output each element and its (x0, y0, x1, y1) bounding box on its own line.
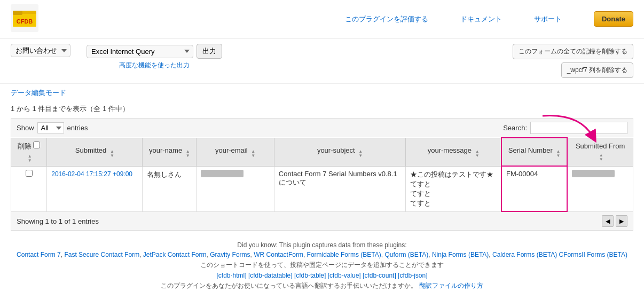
sort-arrows-from: ▲▼ (599, 153, 603, 162)
count-line: 1 から 1 件目までを表示（全 1 件中） (0, 102, 644, 118)
th-yourname: your-name ▲▼ (143, 138, 197, 166)
donate-button[interactable]: Donate (594, 11, 633, 27)
row-checkbox[interactable] (26, 170, 33, 177)
th-from: Submitted From ▲▼ (567, 138, 633, 166)
translate-link[interactable]: 翻訳ファイルの作り方 (419, 282, 483, 289)
main-table: 削除 ▲▼ Submitted ▲▼ your-name ▲▼ your-ema… (11, 137, 633, 212)
th-serial-label: Serial Number (508, 146, 553, 154)
prev-page-button[interactable]: ◀ (602, 215, 614, 227)
bottom-info: Did you know: This plugin captures data … (0, 231, 644, 301)
td-subject: Contact Form 7 Serial Numbers v0.8.1について (274, 166, 405, 211)
gravity-link[interactable]: Gravity Forms (210, 251, 250, 258)
quform-link[interactable]: Quform (BETA) (384, 251, 428, 258)
shortcode-json[interactable]: [cfdb-json] (398, 272, 427, 279)
th-delete: 削除 ▲▼ (11, 138, 47, 166)
td-submitted: 2016-02-04 17:15:27 +09:00 (47, 166, 143, 211)
advanced-export-link[interactable]: 高度な機能を使った出力 (119, 61, 190, 70)
th-submitted: Submitted ▲▼ (47, 138, 143, 166)
sort-arrows-subject: ▲▼ (358, 149, 363, 158)
td-delete (11, 166, 47, 211)
entries-label: entries (67, 124, 88, 132)
rate-plugin-link[interactable]: このプラグインを評価する (345, 14, 428, 24)
svg-rect-3 (13, 11, 22, 15)
th-delete-label: 削除 (18, 142, 32, 150)
logo-area: CFDB (11, 4, 38, 34)
controls-bar: お問い合わせ Excel Internet Query 出力 高度な機能を使った… (0, 38, 644, 84)
cf7-link[interactable]: Contact Form 7 (17, 251, 61, 258)
sort-arrows-delete: ▲▼ (28, 154, 32, 163)
th-email-label: your-email (215, 146, 248, 154)
next-page-button[interactable]: ▶ (616, 215, 627, 227)
td-from (567, 166, 633, 211)
td-email (197, 166, 274, 211)
formidable-link[interactable]: Formidable Forms (BETA) (307, 251, 381, 258)
showing-text: Showing 1 to 1 of 1 entries (17, 217, 99, 225)
datatable-top-controls: Show All 10 25 50 100 entries Search: (11, 118, 633, 137)
th-subject-label: your-subject (317, 146, 355, 154)
sort-arrows-message: ▲▼ (475, 149, 480, 158)
right-buttons: このフォームの全ての記録を削除する _wpcf7 列を削除する (513, 44, 633, 78)
sort-arrows-submitted: ▲▼ (110, 149, 114, 158)
cformsii-link[interactable]: CFormsII Forms (BETA) (559, 251, 627, 258)
table-wrapper: 削除 ▲▼ Submitted ▲▼ your-name ▲▼ your-ema… (11, 137, 633, 212)
th-submitted-label: Submitted (75, 146, 107, 154)
delete-wpcf7-button[interactable]: _wpcf7 列を削除する (561, 62, 633, 78)
form-select[interactable]: お問い合わせ (11, 44, 70, 57)
shortcode-html[interactable]: [cfdb-html] (217, 272, 247, 279)
shortcode-info-text: このショートコードを使って、投稿や固定ページにデータを追加することができます (11, 261, 633, 270)
select-all-checkbox[interactable] (33, 141, 40, 148)
count-text: 1 から 1 件目までを表示（全 1 件中） (11, 105, 129, 113)
support-link[interactable]: サポート (534, 14, 562, 24)
td-serial: FM-00004 (501, 166, 567, 211)
sort-arrows-serial: ▲▼ (556, 149, 561, 158)
ninja-link[interactable]: Ninja Forms (BETA) (432, 251, 489, 258)
message-value: ★この投稿はテストです★てすとてすとてすと (410, 170, 493, 207)
shortcode-value[interactable]: [cfdb-value] (328, 272, 361, 279)
shortcode-links: [cfdb-html] [cfdb-datatable] [cfdb-table… (11, 272, 633, 279)
shortcode-datatable[interactable]: [cfdb-datatable] (248, 272, 293, 279)
jetpack-link[interactable]: JetPack Contact Form (143, 251, 207, 258)
table-row: 2016-02-04 17:15:27 +09:00 名無しさん Contact… (11, 166, 633, 211)
delete-all-button[interactable]: このフォームの全ての記録を削除する (513, 44, 633, 59)
docs-link[interactable]: ドキュメント (460, 14, 502, 24)
fast-secure-link[interactable]: Fast Secure Contact Form (64, 251, 139, 258)
search-label: Search: (503, 124, 527, 132)
entries-select[interactable]: All 10 25 50 100 (37, 122, 64, 133)
show-entries: Show All 10 25 50 100 entries (17, 122, 88, 133)
export-row: Excel Internet Query 出力 (87, 44, 222, 59)
shortcode-table[interactable]: [cfdb-table] (294, 272, 326, 279)
submitted-link[interactable]: 2016-02-04 17:15:27 +09:00 (51, 170, 132, 178)
sort-arrows-email: ▲▼ (251, 149, 255, 158)
caldera-link[interactable]: Caldera Forms (BETA) (492, 251, 557, 258)
datatable-footer: Showing 1 to 1 of 1 entries ◀ ▶ (11, 212, 633, 231)
top-nav: CFDB このプラグインを評価する ドキュメント サポート Donate (0, 0, 644, 38)
data-edit-mode-section: データ編集モード (0, 84, 644, 102)
cfdb-logo: CFDB (11, 4, 38, 32)
th-yourname-label: your-name (149, 146, 182, 154)
th-subject: your-subject ▲▼ (274, 138, 405, 166)
translate-text: このプラグインをあなたがお使いになっている言語へ翻訳するお手伝いいただけますか。… (11, 281, 633, 290)
td-name: 名無しさん (143, 166, 197, 211)
sort-arrows-yourname: ▲▼ (186, 149, 190, 158)
export-button[interactable]: 出力 (197, 44, 222, 59)
did-you-know-text: Did you know: This plugin captures data … (11, 241, 633, 249)
th-message-label: your-message (428, 146, 472, 154)
shortcode-count[interactable]: [cfdb-count] (363, 272, 396, 279)
search-input[interactable] (530, 122, 627, 134)
th-serial: Serial Number ▲▼ (501, 138, 567, 166)
data-edit-mode-link[interactable]: データ編集モード (11, 89, 66, 97)
subject-value: Contact Form 7 Serial Numbers v0.8.1について (279, 170, 397, 186)
svg-text:CFDB: CFDB (17, 18, 33, 25)
export-format-select[interactable]: Excel Internet Query (87, 45, 193, 58)
th-message: your-message ▲▼ (406, 138, 501, 166)
form-select-wrap: お問い合わせ (11, 44, 70, 57)
from-value (572, 170, 615, 177)
pagination-buttons: ◀ ▶ (602, 215, 627, 227)
show-label: Show (17, 124, 34, 132)
th-from-label: Submitted From (576, 142, 625, 150)
wr-link[interactable]: WR ContactForm (254, 251, 303, 258)
serial-value: FM-00004 (506, 170, 538, 178)
export-wrap: Excel Internet Query 出力 高度な機能を使った出力 (87, 44, 222, 70)
td-message: ★この投稿はテストです★てすとてすとてすと (406, 166, 501, 211)
plugins-list: Contact Form 7, Fast Secure Contact Form… (11, 251, 633, 258)
